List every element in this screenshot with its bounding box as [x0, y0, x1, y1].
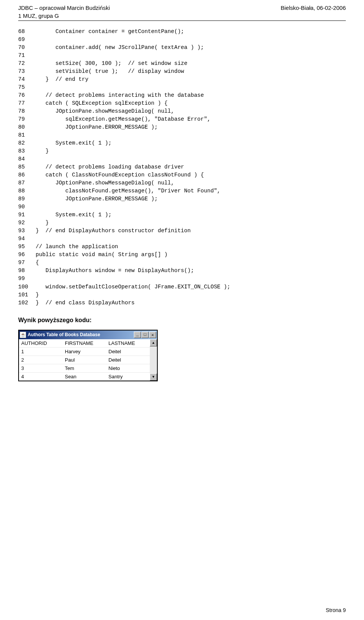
- line-number: 94: [18, 235, 36, 243]
- code-line: 88 classNotFound.getMessage(), "Driver N…: [18, 187, 346, 195]
- data-table: AUTHORIDFIRSTNAMELASTNAME1HarveyDeitel2P…: [19, 339, 150, 381]
- code-line: 71: [18, 52, 346, 60]
- code-text: [36, 275, 346, 283]
- line-number: 73: [18, 68, 36, 76]
- line-number: 96: [18, 251, 36, 259]
- scroll-up-button[interactable]: ▲: [150, 339, 157, 346]
- code-line: 89 JOptionPane.ERROR_MESSAGE );: [18, 195, 346, 203]
- table-row: 2PaulDeitel: [19, 356, 150, 364]
- code-text: Container container = getContentPane();: [36, 28, 346, 36]
- line-number: 83: [18, 147, 36, 155]
- scroll-track[interactable]: [150, 346, 157, 373]
- line-number: 100: [18, 283, 36, 291]
- code-text: // detect problems interacting with the …: [36, 91, 346, 99]
- code-text: // launch the application: [36, 243, 346, 251]
- scrollbar[interactable]: ▲ ▼: [150, 339, 157, 381]
- code-line: 87 JOptionPane.showMessageDialog( null,: [18, 179, 346, 187]
- code-line: 93} // end DisplayAuthors constructor de…: [18, 227, 346, 235]
- line-number: 72: [18, 60, 36, 68]
- code-text: JOptionPane.showMessageDialog( null,: [36, 179, 346, 187]
- code-line: 92 }: [18, 219, 346, 227]
- code-line: 78 JOptionPane.showMessageDialog( null,: [18, 107, 346, 115]
- code-line: 77 catch ( SQLException sqlException ) {: [18, 99, 346, 107]
- code-line: 73 setVisible( true ); // display window: [18, 68, 346, 76]
- code-text: [36, 203, 346, 211]
- code-text: public static void main( String args[] ): [36, 251, 346, 259]
- table-cell: Deitel: [106, 348, 150, 356]
- code-line: 79 sqlException.getMessage(), "Database …: [18, 115, 346, 123]
- code-line: 86 catch ( ClassNotFoundException classN…: [18, 171, 346, 179]
- code-line: 98 DisplayAuthors window = new DisplayAu…: [18, 267, 346, 275]
- close-button[interactable]: ✕: [149, 332, 156, 338]
- table-row: 3TemNieto: [19, 364, 150, 372]
- code-text: [36, 155, 346, 163]
- table-cell: Harvey: [63, 348, 106, 356]
- table-cell: Tem: [63, 364, 106, 372]
- minimize-button[interactable]: _: [134, 332, 141, 338]
- code-line: 91 System.exit( 1 );: [18, 211, 346, 219]
- table-row: 1HarveyDeitel: [19, 347, 150, 356]
- code-line: 76 // detect problems interacting with t…: [18, 91, 346, 99]
- table-cell: 2: [19, 356, 63, 364]
- code-text: JOptionPane.ERROR_MESSAGE );: [36, 123, 346, 131]
- line-number: 84: [18, 155, 36, 163]
- code-line: 72 setSize( 300, 100 ); // set window si…: [18, 60, 346, 68]
- code-line: 82 System.exit( 1 );: [18, 139, 346, 147]
- line-number: 70: [18, 44, 36, 52]
- code-line: 99: [18, 275, 346, 283]
- table-area: AUTHORIDFIRSTNAMELASTNAME1HarveyDeitel2P…: [19, 339, 157, 381]
- code-line: 102} // end class DisplayAuthors: [18, 299, 346, 307]
- header-left-line2: 1 MUZ, grupa G: [18, 13, 346, 21]
- code-line: 97{: [18, 259, 346, 267]
- line-number: 69: [18, 36, 36, 44]
- table-cell: Nieto: [106, 364, 150, 372]
- line-number: 90: [18, 203, 36, 211]
- code-text: }: [36, 219, 346, 227]
- line-number: 82: [18, 139, 36, 147]
- line-number: 74: [18, 76, 36, 83]
- code-text: System.exit( 1 );: [36, 211, 346, 219]
- line-number: 101: [18, 291, 36, 299]
- code-line: 90: [18, 203, 346, 211]
- table-header-cell: AUTHORID: [19, 339, 63, 347]
- code-text: window.setDefaultCloseOperation( JFrame.…: [36, 283, 346, 291]
- header-left-line1: JDBC – opracował Marcin Budziński: [18, 5, 110, 11]
- line-number: 76: [18, 91, 36, 99]
- code-line: 84: [18, 155, 346, 163]
- result-heading: Wynik powyższego kodu:: [18, 317, 346, 324]
- code-line: 96public static void main( String args[]…: [18, 251, 346, 259]
- code-text: catch ( SQLException sqlException ) {: [36, 99, 346, 107]
- scroll-down-button[interactable]: ▼: [150, 373, 157, 381]
- code-line: 68 Container container = getContentPane(…: [18, 28, 346, 36]
- line-number: 79: [18, 115, 36, 123]
- code-text: DisplayAuthors window = new DisplayAutho…: [36, 267, 346, 275]
- code-text: classNotFound.getMessage(), "Driver Not …: [36, 187, 346, 195]
- table-header-cell: LASTNAME: [106, 339, 150, 347]
- code-text: } // end class DisplayAuthors: [36, 299, 346, 307]
- code-text: {: [36, 259, 346, 267]
- line-number: 102: [18, 299, 36, 307]
- line-number: 88: [18, 187, 36, 195]
- code-line: 75: [18, 83, 346, 91]
- line-number: 92: [18, 219, 36, 227]
- table-cell: 1: [19, 348, 63, 356]
- maximize-button[interactable]: □: [141, 332, 149, 338]
- titlebar: ☕ Authors Table of Books Database _ □ ✕: [19, 330, 157, 339]
- table-cell: Paul: [63, 356, 106, 364]
- code-text: System.exit( 1 );: [36, 139, 346, 147]
- line-number: 78: [18, 107, 36, 115]
- table-cell: Deitel: [106, 356, 150, 364]
- table-header-cell: FIRSTNAME: [63, 339, 106, 347]
- code-text: } // end try: [36, 76, 346, 83]
- code-line: 101}: [18, 291, 346, 299]
- code-text: [36, 36, 346, 44]
- table-header-row: AUTHORIDFIRSTNAMELASTNAME: [19, 339, 150, 347]
- line-number: 68: [18, 28, 36, 36]
- code-line: 85 // detect problems loading database d…: [18, 163, 346, 171]
- line-number: 80: [18, 123, 36, 131]
- code-line: 80 JOptionPane.ERROR_MESSAGE );: [18, 123, 346, 131]
- code-block: 68 Container container = getContentPane(…: [18, 28, 346, 307]
- code-line: 83 }: [18, 147, 346, 155]
- code-text: }: [36, 147, 346, 155]
- header-right: Bielsko-Biała, 06-02-2006: [281, 5, 346, 11]
